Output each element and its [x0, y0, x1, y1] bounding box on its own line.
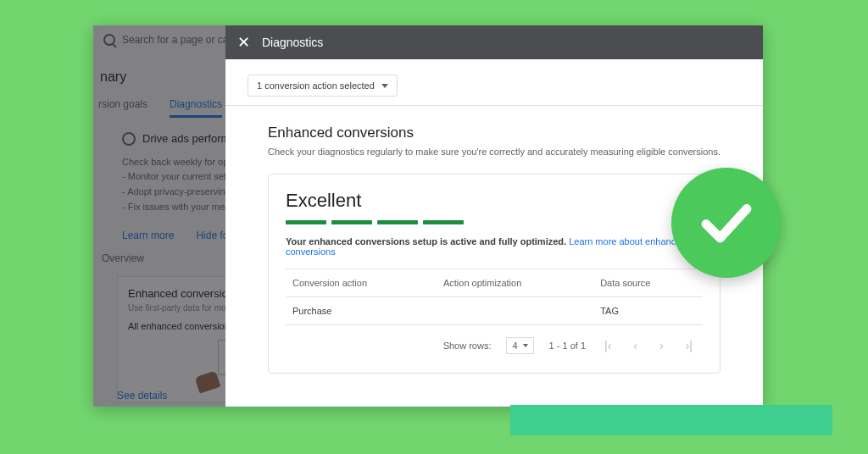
rows-per-page-select[interactable]: 4	[506, 337, 533, 354]
cell-action: Purchase	[286, 297, 437, 325]
col-conversion-action: Conversion action	[286, 269, 437, 297]
conversions-table: Conversion action Action optimization Da…	[286, 269, 703, 363]
status-card: Excellent Your enhanced conversions setu…	[268, 174, 721, 374]
page-range: 1 - 1 of 1	[549, 340, 586, 351]
conversion-selector[interactable]: 1 conversion action selected	[248, 75, 398, 97]
cell-optimization	[437, 297, 593, 325]
chevron-down-icon	[381, 84, 388, 88]
panel-header: ✕ Diagnostics	[225, 25, 763, 59]
last-page-button[interactable]: ›|	[682, 339, 696, 352]
cell-source: TAG	[593, 297, 703, 325]
panel-content: Enhanced conversions Check your diagnost…	[248, 125, 741, 374]
check-icon	[696, 192, 757, 253]
table-row: Purchase TAG	[286, 297, 703, 325]
chevron-down-icon	[523, 344, 528, 347]
col-data-source: Data source	[593, 269, 703, 297]
section-title: Enhanced conversions	[268, 125, 721, 141]
next-page-button[interactable]: ›	[656, 339, 667, 352]
success-check-badge	[671, 168, 782, 278]
selector-label: 1 conversion action selected	[257, 80, 375, 91]
table-pager: Show rows: 4 1 - 1 of 1 |‹ ‹ › ›|	[292, 334, 696, 354]
status-message: Your enhanced conversions setup is activ…	[286, 236, 703, 257]
prev-page-button[interactable]: ‹	[630, 339, 641, 352]
status-title: Excellent	[286, 190, 703, 212]
show-rows-label: Show rows:	[443, 340, 492, 351]
section-subtitle: Check your diagnostics regularly to make…	[268, 147, 721, 157]
decorative-strip	[510, 405, 832, 435]
panel-title: Diagnostics	[262, 36, 323, 49]
col-action-optimization: Action optimization	[437, 269, 593, 297]
app-window: Search for a page or campaign nary rsion…	[93, 25, 763, 407]
first-page-button[interactable]: |‹	[601, 339, 615, 352]
status-bars	[286, 220, 703, 224]
close-icon[interactable]: ✕	[237, 35, 250, 50]
divider	[225, 105, 763, 106]
